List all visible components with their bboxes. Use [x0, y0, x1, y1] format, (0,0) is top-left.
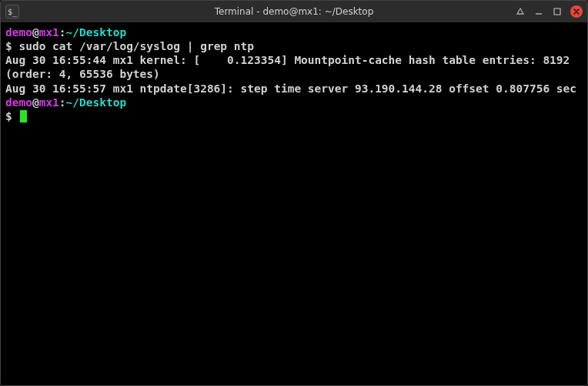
prompt-path: ~/Desktop	[66, 96, 127, 109]
minimize-button[interactable]	[533, 6, 544, 17]
command-line: $	[5, 109, 583, 123]
prompt-at: @	[32, 96, 39, 109]
prompt-line: demo@mx1:~/Desktop	[5, 25, 583, 39]
maximize-button[interactable]	[552, 6, 563, 17]
command-text: sudo cat /var/log/syslog | grep ntp	[18, 40, 254, 52]
close-button[interactable]	[570, 5, 583, 18]
terminal-body[interactable]: demo@mx1:~/Desktop $ sudo cat /var/log/s…	[1, 22, 587, 385]
output-line: Aug 30 16:55:44 mx1 kernel: [ 0.123354] …	[5, 53, 583, 81]
prompt-colon: :	[59, 26, 66, 39]
prompt-colon: :	[59, 96, 66, 109]
prompt-host: mx1	[39, 26, 59, 39]
titlebar[interactable]: $_ Terminal - demo@mx1: ~/Desktop	[1, 1, 587, 22]
prompt-at: @	[32, 26, 39, 39]
prompt-dollar: $	[5, 40, 18, 52]
cursor-block	[20, 110, 27, 123]
prompt-user: demo	[5, 96, 32, 109]
command-line: $ sudo cat /var/log/syslog | grep ntp	[5, 39, 583, 53]
prompt-line: demo@mx1:~/Desktop	[5, 96, 583, 109]
prompt-dollar: $	[5, 110, 18, 123]
prompt-host: mx1	[39, 96, 59, 109]
output-line: Aug 30 16:55:57 mx1 ntpdate[3286]: step …	[5, 82, 583, 96]
prompt-user: demo	[5, 26, 32, 39]
window-keep-above-icon[interactable]	[515, 6, 526, 17]
prompt-path: ~/Desktop	[66, 26, 127, 39]
titlebar-left: $_	[5, 5, 82, 18]
window-controls	[506, 5, 583, 18]
terminal-window: $_ Terminal - demo@mx1: ~/Desktop demo@m…	[0, 0, 588, 386]
window-title: Terminal - demo@mx1: ~/Desktop	[82, 6, 506, 17]
svg-rect-1	[554, 8, 560, 15]
terminal-app-icon: $_	[5, 5, 19, 18]
